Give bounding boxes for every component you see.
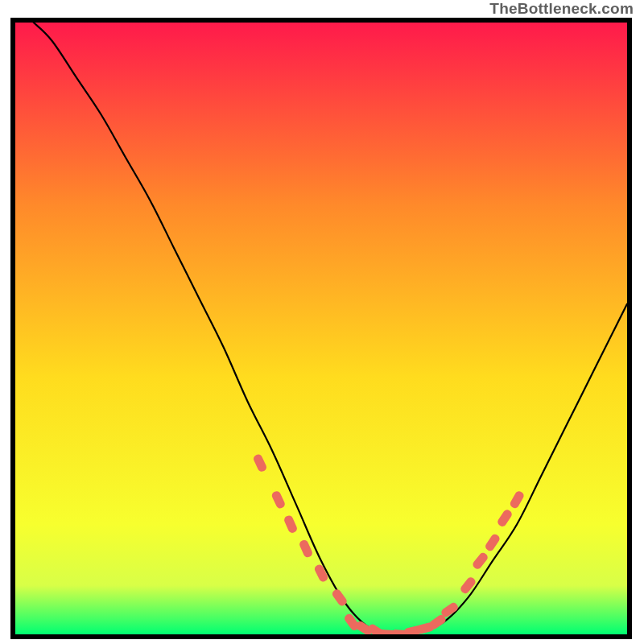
attribution-text: TheBottleneck.com bbox=[489, 0, 634, 18]
chart-canvas bbox=[15, 23, 627, 634]
gradient-background bbox=[15, 23, 627, 634]
